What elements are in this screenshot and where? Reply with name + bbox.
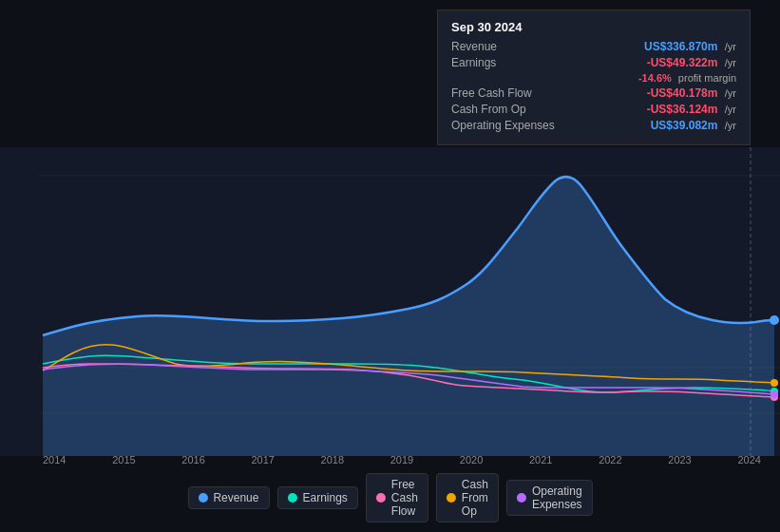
legend-earnings-dot	[287, 493, 296, 503]
tooltip-earnings-value: -US$49.322m	[647, 56, 718, 69]
x-label-2019: 2019	[390, 454, 413, 466]
x-label-2017: 2017	[251, 454, 274, 466]
tooltip-fcf-row: Free Cash Flow -US$40.178m /yr	[451, 86, 736, 100]
legend-cashop-label: Cash From Op	[462, 478, 488, 518]
tooltip-cashop-row: Cash From Op -US$36.124m /yr	[451, 103, 736, 116]
x-label-2023: 2023	[668, 454, 691, 466]
tooltip-earnings-label: Earnings	[451, 56, 565, 69]
legend-earnings-label: Earnings	[302, 491, 347, 504]
x-label-2016: 2016	[181, 454, 204, 466]
tooltip-cashop-value: -US$36.124m	[647, 103, 718, 116]
legend-cashop[interactable]: Cash From Op	[436, 473, 499, 522]
x-label-2014: 2014	[43, 454, 66, 466]
tooltip-revenue-value: US$336.870m	[644, 40, 717, 53]
legend-opex-label: Operating Expenses	[532, 484, 582, 511]
chart-legend: Revenue Earnings Free Cash Flow Cash Fro…	[187, 473, 592, 522]
tooltip-profit-margin-value: -14.6%	[638, 72, 672, 84]
legend-opex[interactable]: Operating Expenses	[506, 480, 593, 516]
tooltip-profit-margin-label: profit margin	[678, 72, 736, 84]
x-label-2021: 2021	[529, 454, 552, 466]
legend-fcf[interactable]: Free Cash Flow	[366, 473, 428, 522]
legend-revenue[interactable]: Revenue	[187, 486, 269, 509]
legend-revenue-label: Revenue	[213, 491, 258, 504]
tooltip-cashop-unit: /yr	[725, 104, 736, 115]
legend-fcf-label: Free Cash Flow	[391, 478, 418, 518]
legend-revenue-dot	[198, 493, 207, 503]
x-label-2018: 2018	[321, 454, 344, 466]
legend-cashop-dot	[447, 493, 456, 503]
chart-svg	[0, 147, 780, 456]
chart-container: US$600m US$0 -US$100m Sep 30 2024 Revenu…	[0, 0, 780, 532]
x-label-2022: 2022	[599, 454, 621, 466]
tooltip-profit-margin-row: -14.6% profit margin	[451, 72, 736, 84]
tooltip-opex-unit: /yr	[725, 120, 736, 131]
legend-earnings[interactable]: Earnings	[276, 486, 357, 509]
tooltip-date: Sep 30 2024	[451, 20, 736, 34]
x-label-2015: 2015	[112, 454, 135, 466]
x-label-2020: 2020	[460, 454, 483, 466]
tooltip-opex-label: Operating Expenses	[451, 119, 565, 132]
tooltip-earnings-unit: /yr	[725, 57, 736, 68]
tooltip-cashop-label: Cash From Op	[451, 103, 565, 116]
tooltip-fcf-unit: /yr	[725, 87, 736, 99]
tooltip-panel: Sep 30 2024 Revenue US$336.870m /yr Earn…	[437, 10, 751, 145]
x-label-2024: 2024	[737, 454, 760, 466]
svg-point-7	[770, 379, 778, 387]
tooltip-fcf-label: Free Cash Flow	[451, 86, 565, 100]
tooltip-revenue-label: Revenue	[451, 40, 565, 53]
tooltip-revenue-unit: /yr	[725, 41, 736, 52]
svg-point-9	[770, 390, 778, 398]
tooltip-revenue-row: Revenue US$336.870m /yr	[451, 40, 736, 53]
tooltip-fcf-value: -US$40.178m	[647, 86, 718, 100]
svg-point-5	[770, 315, 779, 325]
x-axis: 2014 2015 2016 2017 2018 2019 2020 2021 …	[0, 450, 780, 466]
tooltip-opex-value: US$39.082m	[651, 119, 718, 132]
legend-opex-dot	[517, 493, 526, 503]
tooltip-earnings-row: Earnings -US$49.322m /yr	[451, 56, 736, 69]
legend-fcf-dot	[376, 493, 386, 503]
tooltip-opex-row: Operating Expenses US$39.082m /yr	[451, 119, 736, 132]
